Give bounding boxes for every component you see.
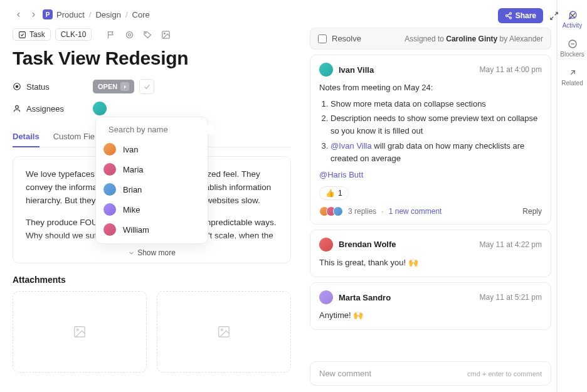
flag-icon[interactable]: [104, 28, 118, 41]
svg-point-15: [221, 329, 223, 331]
comment-author: Marta Sandro: [339, 293, 391, 302]
attachments-heading: Attachments: [13, 275, 291, 285]
assignees-label: Assignees: [13, 104, 93, 114]
rail-related[interactable]: Related: [558, 63, 587, 92]
avatar: [319, 238, 333, 252]
tab-custom-fields[interactable]: Custom Fie: [53, 127, 95, 147]
svg-point-11: [16, 105, 19, 109]
svg-point-0: [509, 13, 511, 14]
mention[interactable]: @Haris Butt: [319, 170, 363, 179]
target-icon[interactable]: [122, 28, 136, 41]
crumb-design[interactable]: Design: [95, 10, 120, 19]
svg-point-6: [145, 32, 146, 33]
status-pill[interactable]: OPEN: [93, 80, 134, 93]
comment-body: Notes from meeting on May 24: Show more …: [319, 82, 542, 181]
svg-rect-3: [19, 31, 26, 38]
tab-details[interactable]: Details: [13, 127, 40, 147]
svg-point-10: [16, 85, 18, 88]
task-id-chip[interactable]: CLK-10: [55, 28, 92, 41]
assignee-option-ivan[interactable]: Ivan: [96, 139, 208, 159]
image-icon[interactable]: [159, 28, 172, 41]
breadcrumb: P Product / Design / Core: [13, 9, 291, 20]
block-icon: [568, 39, 578, 49]
share-label: Share: [516, 11, 536, 20]
resolve-label: Resolve: [332, 34, 361, 43]
reply-avatars: [319, 206, 343, 216]
resolve-bar: Resolve Assigned to Caroline Ginty by Al…: [310, 28, 551, 50]
assigned-to-text: Assigned to Caroline Ginty by Alexander: [405, 34, 543, 43]
product-icon: P: [43, 9, 53, 19]
comment: Marta Sandro May 11 at 5:21 pm Anytime! …: [310, 282, 551, 330]
svg-point-13: [77, 329, 78, 331]
crumb-core[interactable]: Core: [132, 10, 150, 19]
comment: Ivan Villa May 11 at 4:00 pm Notes from …: [310, 55, 551, 225]
composer-placeholder: New comment: [319, 369, 371, 378]
comment: Brendan Wolfe May 11 at 4:22 pm This is …: [310, 230, 551, 277]
link-icon: [568, 68, 578, 78]
status-next-icon[interactable]: [120, 82, 129, 91]
assignee-avatar[interactable]: [93, 102, 107, 115]
status-label: Status: [13, 82, 93, 92]
svg-point-2: [509, 17, 511, 19]
svg-point-1: [505, 15, 507, 17]
tag-icon[interactable]: [140, 28, 154, 41]
reply-button[interactable]: Reply: [522, 207, 542, 216]
mention[interactable]: @Ivan Villa: [331, 141, 372, 151]
comment-body: Anytime! 🙌: [319, 309, 542, 322]
forward-icon[interactable]: [28, 9, 39, 20]
task-type-chip[interactable]: Task: [13, 28, 51, 41]
comment-time: May 11 at 5:21 pm: [480, 293, 542, 302]
avatar: [319, 63, 333, 77]
comment-time: May 11 at 4:22 pm: [480, 240, 542, 249]
assignee-dropdown: Ivan Maria Brian Mike William: [95, 117, 208, 244]
svg-point-8: [164, 33, 165, 34]
attachment-dropzone[interactable]: [13, 291, 147, 373]
assignee-option-maria[interactable]: Maria: [96, 159, 208, 179]
reply-count[interactable]: 3 replies: [348, 207, 376, 216]
complete-checkbox[interactable]: [139, 79, 154, 94]
comment-time: May 11 at 4:00 pm: [480, 65, 542, 74]
reaction-chip[interactable]: 👍 1: [319, 186, 349, 200]
avatar: [319, 290, 333, 304]
svg-point-4: [126, 31, 132, 38]
attachment-dropzone[interactable]: [157, 291, 291, 373]
assignee-search-input[interactable]: [108, 125, 214, 134]
svg-point-5: [129, 33, 131, 36]
assignee-option-mike[interactable]: Mike: [96, 199, 208, 220]
resolve-checkbox[interactable]: [318, 34, 327, 43]
comment-composer[interactable]: New comment cmd + enter to comment: [310, 361, 551, 386]
back-icon[interactable]: [13, 9, 24, 20]
close-icon[interactable]: [564, 8, 581, 24]
composer-hint: cmd + enter to comment: [467, 370, 542, 378]
comment-author: Brendan Wolfe: [339, 240, 396, 249]
assignee-option-william[interactable]: William: [96, 220, 208, 240]
rail-blockers[interactable]: Blockers: [558, 34, 587, 63]
assignee-option-brian[interactable]: Brian: [96, 179, 208, 199]
collapse-icon[interactable]: [546, 8, 562, 24]
new-comment-count[interactable]: 1 new comment: [389, 207, 442, 216]
share-button[interactable]: Share: [498, 8, 543, 23]
crumb-product[interactable]: Product: [56, 10, 85, 19]
page-title: Task View Redesign: [13, 48, 291, 69]
comment-author: Ivan Villa: [339, 65, 374, 75]
comment-body: This is great, thank you! 🙌: [319, 257, 542, 269]
